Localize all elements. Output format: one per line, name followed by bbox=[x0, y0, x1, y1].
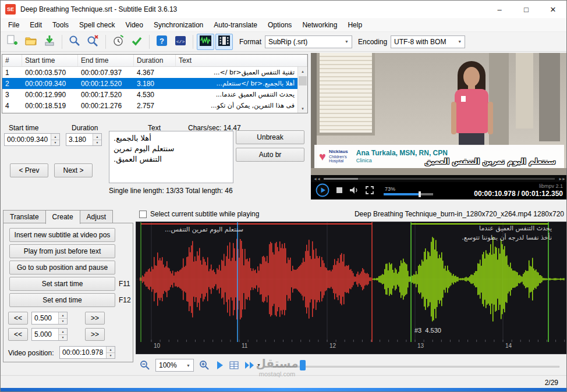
waveform-panel[interactable]: سنتعلم اليوم تمرين التنفس... يحدث التنفس… bbox=[136, 222, 567, 354]
play-before-text-button[interactable]: Play from just before text bbox=[9, 244, 115, 258]
nudge-large-input[interactable]: 5.000 ▲▼ bbox=[31, 328, 68, 341]
mute-button[interactable] bbox=[349, 186, 359, 197]
spinner-down-icon[interactable]: ▼ bbox=[107, 353, 115, 359]
nudge-fwd-small-button[interactable]: >> bbox=[85, 312, 105, 325]
help-button[interactable]: ? bbox=[153, 34, 171, 50]
nudge-small-input[interactable]: 0.500 ▲▼ bbox=[31, 312, 68, 325]
menu-synchronization[interactable]: Synchronization bbox=[148, 19, 208, 31]
visual-sync-button[interactable] bbox=[109, 34, 127, 50]
menu-tools[interactable]: Tools bbox=[47, 19, 74, 31]
spell-check-button[interactable] bbox=[128, 34, 146, 50]
spinner-arrows[interactable]: ▲▼ bbox=[106, 347, 115, 358]
start-time-input[interactable]: 00:00:09.340 ▲▼ bbox=[4, 133, 60, 146]
spinner-up-icon[interactable]: ▲ bbox=[93, 134, 101, 140]
volume-thumb[interactable] bbox=[419, 191, 421, 197]
minimize-button[interactable]: – bbox=[486, 1, 513, 18]
spinner-down-icon[interactable]: ▼ bbox=[59, 319, 67, 325]
tab-create[interactable]: Create bbox=[45, 210, 80, 224]
column-number[interactable]: # bbox=[2, 55, 22, 66]
spinner-down-icon[interactable]: ▼ bbox=[59, 335, 67, 341]
spinner-arrows[interactable]: ▲▼ bbox=[58, 312, 67, 324]
table-row[interactable]: 3 00:00:12.990 00:00:17.520 4.530 يحدث ا… bbox=[2, 89, 297, 100]
menu-options[interactable]: Options bbox=[263, 19, 297, 31]
next-button[interactable]: Next > bbox=[54, 163, 93, 177]
clock-sync-icon bbox=[112, 34, 125, 49]
spinner-down-icon[interactable]: ▼ bbox=[51, 140, 59, 146]
column-duration[interactable]: Duration bbox=[134, 55, 176, 66]
nudge-back-small-button[interactable]: << bbox=[8, 312, 28, 325]
replace-button[interactable] bbox=[84, 34, 102, 50]
menu-auto-translate[interactable]: Auto-translate bbox=[208, 19, 263, 31]
seek-progress bbox=[324, 178, 359, 180]
create-panel: Insert new subtitle at video pos Play fr… bbox=[3, 223, 133, 362]
video-position-input[interactable]: 00:00:10.978 ▲▼ bbox=[59, 346, 115, 359]
grid-view-button[interactable] bbox=[229, 360, 239, 370]
spinner-up-icon[interactable]: ▲ bbox=[59, 312, 67, 319]
save-button[interactable] bbox=[41, 34, 58, 50]
spinner-arrows[interactable]: ▲▼ bbox=[51, 134, 59, 145]
menu-video[interactable]: Video bbox=[120, 19, 148, 31]
menu-help[interactable]: Help bbox=[342, 19, 367, 31]
subtitle-text-input[interactable]: أهلا بالجميع. سنتعلم اليوم تمرين التنفس … bbox=[109, 131, 233, 183]
menu-spell-check[interactable]: Spell check bbox=[74, 19, 120, 31]
nudge-back-large-button[interactable]: << bbox=[8, 328, 28, 341]
waveform-toggle-button[interactable] bbox=[197, 34, 214, 50]
scrollbar-thumb[interactable] bbox=[299, 76, 307, 85]
goto-sub-position-button[interactable]: Go to sub position and pause bbox=[9, 261, 115, 275]
video-frame[interactable]: ♥ Nicklaus Children's Hospital Ana Turka… bbox=[311, 53, 567, 175]
video-toggle-button[interactable] bbox=[215, 34, 233, 50]
column-start-time[interactable]: Start time bbox=[22, 55, 78, 66]
play-button[interactable] bbox=[316, 183, 329, 199]
tab-translate[interactable]: Translate bbox=[3, 210, 46, 224]
volume-slider[interactable] bbox=[384, 193, 433, 195]
stop-button[interactable] bbox=[335, 186, 343, 196]
find-button[interactable] bbox=[66, 34, 83, 50]
auto-br-button[interactable]: Auto br bbox=[236, 148, 304, 162]
hospital-logo-text: Nicklaus Children's Hospital bbox=[329, 149, 348, 163]
volume-control[interactable]: 73% bbox=[384, 186, 433, 195]
zoom-in-button[interactable] bbox=[199, 359, 210, 371]
scroll-up-icon[interactable]: ▲ bbox=[298, 67, 307, 76]
spinner-up-icon[interactable]: ▲ bbox=[59, 329, 67, 335]
set-start-time-button[interactable]: Set start time bbox=[9, 277, 115, 291]
video-seekbar[interactable]: ◄◄ ►► bbox=[311, 175, 567, 182]
new-button[interactable] bbox=[3, 34, 21, 50]
table-row-selected[interactable]: 2 00:00:09.340 00:00:12.520 3.180 أهلا ب… bbox=[2, 78, 297, 89]
spinner-up-icon[interactable]: ▲ bbox=[107, 347, 115, 353]
prev-button[interactable]: < Prev bbox=[10, 163, 48, 177]
table-row[interactable]: 1 00:00:03.570 00:00:07.937 4.367 تقنية … bbox=[2, 67, 297, 78]
spinner-down-icon[interactable]: ▼ bbox=[93, 140, 101, 146]
menu-edit[interactable]: Edit bbox=[24, 19, 47, 31]
spinner-arrows[interactable]: ▲▼ bbox=[93, 134, 101, 145]
scroll-down-icon[interactable]: ▼ bbox=[298, 104, 307, 113]
seek-track[interactable] bbox=[324, 178, 555, 180]
source-view-button[interactable]: </> bbox=[172, 34, 189, 50]
insert-subtitle-button[interactable]: Insert new subtitle at video pos bbox=[9, 228, 115, 242]
menu-file[interactable]: File bbox=[3, 19, 24, 31]
select-current-checkbox[interactable] bbox=[139, 211, 147, 218]
spinner-up-icon[interactable]: ▲ bbox=[51, 134, 59, 140]
zoom-level-dropdown[interactable]: 100%▼ bbox=[155, 359, 194, 372]
waveform-play-button[interactable] bbox=[216, 361, 224, 370]
menu-networking[interactable]: Networking bbox=[297, 19, 342, 31]
maximize-button[interactable]: □ bbox=[513, 1, 540, 18]
waveform-scroll-track[interactable] bbox=[273, 366, 559, 368]
duration-input[interactable]: 3.180 ▲▼ bbox=[66, 133, 102, 146]
unbreak-button[interactable]: Unbreak bbox=[236, 130, 304, 144]
close-button[interactable]: ✕ bbox=[540, 1, 566, 18]
format-dropdown[interactable]: SubRip (.srt)▼ bbox=[265, 35, 352, 48]
fast-forward-icon[interactable]: ►► bbox=[558, 177, 565, 181]
fullscreen-button[interactable] bbox=[365, 186, 374, 197]
column-text[interactable]: Text bbox=[176, 55, 307, 66]
table-row[interactable]: 4 00:00:18.519 00:00:21.276 2.757 فى هذا… bbox=[2, 100, 297, 111]
set-end-time-button[interactable]: Set end time bbox=[9, 293, 115, 307]
rewind-icon[interactable]: ◄◄ bbox=[313, 177, 320, 181]
nudge-fwd-large-button[interactable]: >> bbox=[85, 328, 105, 341]
spinner-arrows[interactable]: ▲▼ bbox=[58, 329, 67, 340]
open-button[interactable] bbox=[22, 34, 40, 50]
column-end-time[interactable]: End time bbox=[78, 55, 134, 66]
zoom-out-button[interactable] bbox=[139, 359, 151, 371]
encoding-dropdown[interactable]: UTF-8 with BOM▼ bbox=[391, 35, 465, 48]
list-scrollbar[interactable]: ▲ ▼ bbox=[297, 67, 307, 113]
tab-adjust[interactable]: Adjust bbox=[80, 210, 113, 224]
